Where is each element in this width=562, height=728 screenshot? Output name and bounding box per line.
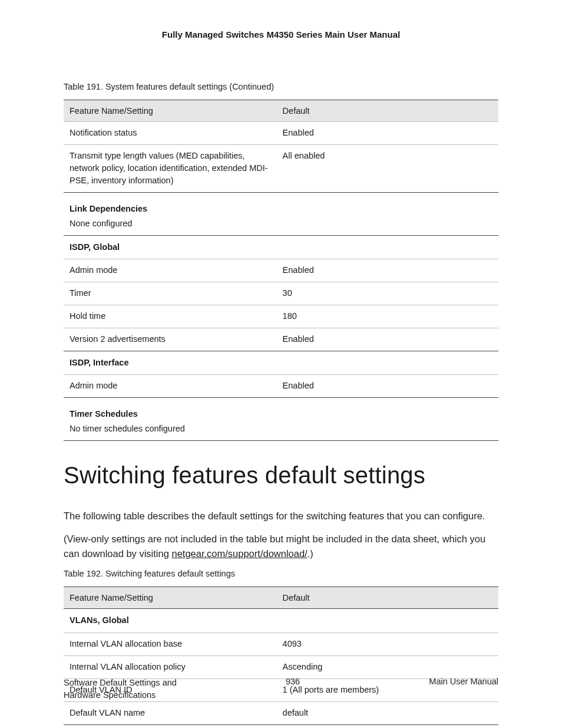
feature-name-cell: Transmit type length values (MED capabil… <box>64 145 277 193</box>
para2-suffix: .) <box>308 548 313 559</box>
col-header-feature: Feature Name/Setting <box>64 587 277 609</box>
table-row: Internal VLAN allocation base4093 <box>64 633 498 655</box>
feature-name-cell: Default VLAN name <box>64 701 277 724</box>
table-row: Notification statusEnabled <box>64 122 498 145</box>
table-row: Timer30 <box>64 282 498 305</box>
table-header-row: Feature Name/Setting Default <box>64 100 498 122</box>
section-title: VLANs Trunking, Global <box>64 724 498 728</box>
table-section-row: ISDP, Global <box>64 236 498 259</box>
section-title: Timer Schedules <box>70 403 492 421</box>
default-value-cell: default <box>277 701 498 724</box>
table-section-row: ISDP, Interface <box>64 351 498 375</box>
footer-right: Main User Manual <box>381 677 498 686</box>
footer-left: Software Default Settings and Hardware S… <box>64 677 205 703</box>
table-row: Transmit type length values (MED capabil… <box>64 145 498 193</box>
default-value-cell: 180 <box>277 305 498 328</box>
default-value-cell: 30 <box>277 282 498 305</box>
feature-name-cell: Timer <box>64 282 277 305</box>
table-header-row: Feature Name/Setting Default <box>64 587 498 609</box>
col-header-default: Default <box>277 100 498 122</box>
default-value-cell: Ascending <box>277 655 498 678</box>
default-value-cell: All enabled <box>277 145 498 193</box>
table-section-row: VLANs Trunking, Global <box>64 724 498 728</box>
feature-name-cell: Internal VLAN allocation base <box>64 633 277 655</box>
paragraph-1: The following table describes the defaul… <box>64 509 498 523</box>
table-row: Default VLAN namedefault <box>64 701 498 724</box>
section-subtitle: No timer schedules configured <box>70 421 492 435</box>
feature-name-cell: Version 2 advertisements <box>64 328 277 351</box>
col-header-default: Default <box>277 587 498 609</box>
table-192: Feature Name/Setting Default VLANs, Glob… <box>64 587 498 728</box>
table-row: Hold time180 <box>64 305 498 328</box>
feature-name-cell: Notification status <box>64 122 277 145</box>
feature-name-cell: Hold time <box>64 305 277 328</box>
page-footer: Software Default Settings and Hardware S… <box>64 677 498 703</box>
section-title: VLANs, Global <box>64 609 498 633</box>
table-section-row: VLANs, Global <box>64 609 498 633</box>
table-section-row: Link DependenciesNone configured <box>64 193 498 236</box>
section-title: Link Dependencies <box>70 197 492 216</box>
table-row: Admin modeEnabled <box>64 375 498 398</box>
table-192-caption: Table 192. Switching features default se… <box>64 569 498 578</box>
page-number: 936 <box>205 677 381 686</box>
default-value-cell: Enabled <box>277 375 498 398</box>
table-row: Internal VLAN allocation policyAscending <box>64 655 498 678</box>
feature-name-cell: Internal VLAN allocation policy <box>64 655 277 678</box>
feature-name-cell: Admin mode <box>64 375 277 398</box>
paragraph-2: (View-only settings are not included in … <box>64 532 498 561</box>
section-title: ISDP, Global <box>64 236 498 259</box>
table-191-caption: Table 191. System features default setti… <box>64 82 498 91</box>
section-title: ISDP, Interface <box>64 351 498 375</box>
section-heading: Switching features default settings <box>64 462 498 489</box>
table-191: Feature Name/Setting Default Notificatio… <box>64 100 498 441</box>
default-value-cell: Enabled <box>277 328 498 351</box>
default-value-cell: Enabled <box>277 259 498 282</box>
default-value-cell: Enabled <box>277 122 498 145</box>
table-row: Admin modeEnabled <box>64 259 498 282</box>
table-row: Version 2 advertisementsEnabled <box>64 328 498 351</box>
feature-name-cell: Admin mode <box>64 259 277 282</box>
document-title: Fully Managed Switches M4350 Series Main… <box>64 29 498 39</box>
col-header-feature: Feature Name/Setting <box>64 100 277 122</box>
default-value-cell: 4093 <box>277 633 498 655</box>
section-subtitle: None configured <box>70 216 492 230</box>
table-section-row: Timer SchedulesNo timer schedules config… <box>64 398 498 441</box>
download-link[interactable]: netgear.com/support/download/ <box>171 548 307 559</box>
